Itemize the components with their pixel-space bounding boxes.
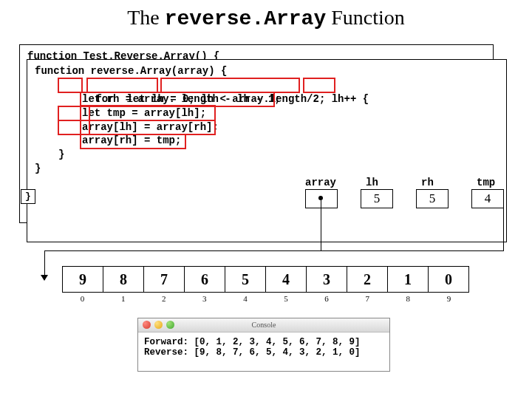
title-prefix: The (127, 6, 165, 29)
traffic-light-zoom-icon (166, 321, 174, 329)
code-line-8: } (35, 162, 505, 176)
array-indices: 0 1 2 3 4 5 6 7 8 9 (62, 294, 469, 303)
array-index: 5 (265, 294, 306, 303)
traffic-light-close-icon (143, 321, 151, 329)
array-cell: 7 (144, 266, 185, 293)
console-line-2: Reverse: [9, 8, 7, 6, 5, 4, 3, 2, 1, 0] (144, 347, 361, 358)
array-index: 4 (225, 294, 265, 303)
array-cell: 0 (429, 266, 469, 293)
title-code: reverse.Array (165, 7, 326, 30)
array-cell: 4 (266, 266, 307, 293)
code-line-6: array[rh] = tmp; (35, 134, 505, 148)
pointer-line-h (44, 250, 504, 251)
var-box-tmp: 4 (471, 189, 504, 208)
var-label-tmp: tmp (477, 177, 495, 188)
array-index: 0 (62, 294, 103, 303)
brace-box: } (21, 189, 35, 204)
code-line-5: array[lh] = array[rh]; (35, 120, 505, 134)
array-index: 7 (347, 294, 388, 303)
array-index: 1 (103, 294, 143, 303)
code-line-2: for let lh = 0; lh < array.length/2; lh+… (35, 78, 505, 92)
title-suffix: Function (326, 6, 405, 29)
array-cell: 9 (62, 266, 103, 293)
console-title: Console (252, 321, 276, 329)
code-line-1: function reverse.Array(array) { (35, 64, 505, 78)
var-box-rh: 5 (416, 189, 449, 208)
var-label-array: array (305, 177, 336, 188)
console-titlebar: Console (138, 318, 389, 332)
pointer-arrowhead (41, 275, 48, 281)
console-panel: Console Forward: [0, 1, 2, 3, 4, 5, 6, 7… (137, 318, 390, 372)
array-cell: 3 (307, 266, 347, 293)
code-line-4: let tmp = array[lh]; (35, 106, 505, 120)
var-label-rh: rh (421, 177, 434, 188)
code-line-7: } (35, 148, 505, 162)
array-index: 8 (388, 294, 429, 303)
array-index: 3 (184, 294, 225, 303)
array-cell: 6 (185, 266, 225, 293)
console-body: Forward: [0, 1, 2, 3, 4, 5, 6, 7, 8, 9] … (138, 332, 389, 371)
page-title: The reverse.Array Function (0, 6, 532, 30)
array-index: 9 (429, 294, 469, 303)
var-box-lh: 5 (361, 189, 393, 208)
pointer-line-v1 (321, 200, 321, 250)
array-index: 6 (307, 294, 347, 303)
traffic-light-minimize-icon (154, 321, 163, 329)
array-strip: 9 8 7 6 5 4 3 2 1 0 (62, 266, 469, 293)
var-label-lh: lh (366, 177, 378, 188)
array-cell: 2 (347, 266, 388, 293)
array-cell: 8 (103, 266, 144, 293)
console-line-1: Forward: [0, 1, 2, 3, 4, 5, 6, 7, 8, 9] (144, 337, 361, 347)
code-window-front: function reverse.Array(array) { for let … (27, 59, 507, 242)
array-cell: 1 (388, 266, 429, 293)
array-cell: 5 (225, 266, 266, 293)
code-line-3: let rh = array. length - lh - 1; (35, 92, 505, 106)
array-index: 2 (143, 294, 184, 303)
pointer-line-v3 (503, 207, 504, 251)
